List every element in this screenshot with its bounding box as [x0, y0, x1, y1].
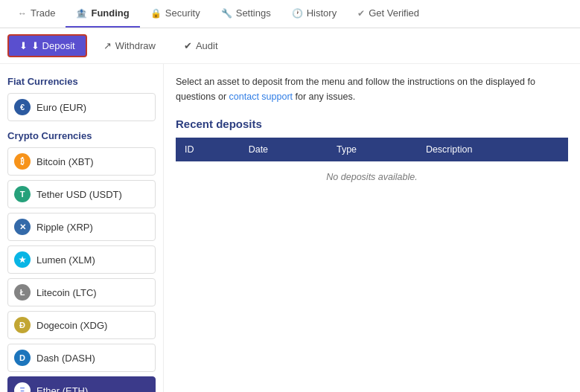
- withdraw-icon: ↗: [103, 40, 112, 51]
- deposits-table: ID Date Type Description No deposits ava…: [176, 138, 568, 193]
- xdg-icon: Ð: [14, 317, 31, 333]
- nav-security[interactable]: 🔒 Security: [140, 0, 211, 28]
- col-type: Type: [328, 138, 417, 161]
- nav-trade[interactable]: ↔ Trade: [7, 0, 66, 28]
- currency-sidebar: Fiat Currencies € Euro (EUR) Crypto Curr…: [0, 64, 164, 392]
- sub-nav: ⬇ ⬇ Deposit ↗ Withdraw ✔ Audit: [0, 28, 580, 64]
- xrp-icon: ✕: [14, 219, 31, 235]
- currency-eur[interactable]: € Euro (EUR): [7, 93, 156, 121]
- no-deposits-message: No deposits available.: [176, 161, 568, 193]
- audit-icon: ✔: [184, 40, 192, 51]
- nav-get-verified[interactable]: ✔ Get Verified: [347, 0, 430, 28]
- funding-icon: 🏦: [76, 8, 87, 19]
- col-date: Date: [240, 138, 328, 161]
- eth-icon: Ξ: [14, 382, 31, 392]
- audit-button[interactable]: ✔ Audit: [172, 34, 230, 57]
- currency-ltc[interactable]: Ł Litecoin (LTC): [7, 278, 156, 306]
- btc-icon: ₿: [14, 153, 31, 170]
- xlm-icon: ★: [14, 251, 31, 268]
- recent-deposits-title: Recent deposits: [176, 118, 568, 130]
- nav-settings[interactable]: 🔧 Settings: [211, 0, 281, 28]
- table-header-row: ID Date Type Description: [176, 138, 568, 161]
- currency-xbt[interactable]: ₿ Bitcoin (XBT): [7, 147, 156, 176]
- dash-icon: D: [14, 350, 31, 366]
- deposit-content: Select an asset to deposit from the menu…: [164, 64, 580, 392]
- top-nav: ↔ Trade 🏦 Funding 🔒 Security 🔧 Settings …: [0, 0, 580, 28]
- col-id: ID: [176, 138, 240, 161]
- info-text: Select an asset to deposit from the menu…: [176, 74, 568, 104]
- currency-xdg[interactable]: Ð Dogecoin (XDG): [7, 311, 156, 339]
- contact-support-link[interactable]: contact support: [229, 91, 293, 102]
- withdraw-button[interactable]: ↗ Withdraw: [92, 34, 168, 57]
- table-empty-row: No deposits available.: [176, 161, 568, 193]
- nav-funding[interactable]: 🏦 Funding: [66, 0, 139, 28]
- deposit-icon: ⬇: [19, 40, 28, 51]
- deposit-button[interactable]: ⬇ ⬇ Deposit: [7, 34, 87, 57]
- nav-history[interactable]: 🕐 History: [281, 0, 347, 28]
- trade-icon: ↔: [18, 8, 27, 19]
- currency-eth[interactable]: Ξ Ether (ETH): [7, 376, 156, 392]
- eur-icon: €: [14, 99, 31, 115]
- currency-dash[interactable]: D Dash (DASH): [7, 344, 156, 372]
- history-icon: 🕐: [292, 8, 303, 19]
- col-description: Description: [417, 138, 568, 161]
- usdt-icon: T: [14, 186, 31, 202]
- currency-xrp[interactable]: ✕ Ripple (XRP): [7, 213, 156, 241]
- verified-icon: ✔: [357, 8, 365, 19]
- fiat-section-title: Fiat Currencies: [7, 76, 156, 87]
- currency-usdt[interactable]: T Tether USD (USDT): [7, 180, 156, 208]
- currency-xlm[interactable]: ★ Lumen (XLM): [7, 245, 156, 274]
- security-icon: 🔒: [150, 8, 162, 19]
- main-content: Fiat Currencies € Euro (EUR) Crypto Curr…: [0, 64, 580, 392]
- settings-icon: 🔧: [221, 8, 232, 19]
- ltc-icon: Ł: [14, 284, 31, 301]
- crypto-section-title: Crypto Currencies: [7, 130, 156, 141]
